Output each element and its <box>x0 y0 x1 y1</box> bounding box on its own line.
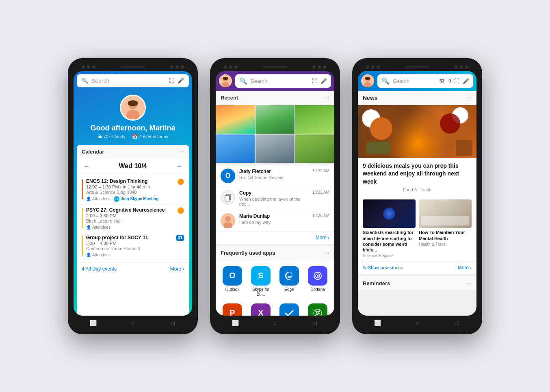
recent-images <box>216 105 334 163</box>
mic-icon[interactable]: 🎤 <box>178 78 184 84</box>
message-item-1[interactable]: O Judy Fletcher Re: Q4 Status Review 10:… <box>216 165 334 187</box>
event-bar-1 <box>82 179 83 199</box>
mixer-app-icon: X <box>251 303 271 316</box>
phone2-dot1 <box>224 65 227 69</box>
ppt-app-icon: P <box>223 303 242 316</box>
event-item-3[interactable]: Group project for SOCY 11 3:30 – 4:30 PM… <box>77 232 189 260</box>
event-item-2[interactable]: PSYC 27: Cognitive Neuroscience 2:00 – 3… <box>77 205 189 232</box>
apps-header: Frequently used apps ··· <box>216 246 334 260</box>
more-label: More <box>170 266 181 272</box>
app-mixer[interactable]: X Mixer Create <box>247 301 274 316</box>
phone2-avatar <box>219 74 232 87</box>
event-actions-2: 👤 Attendees <box>86 225 174 230</box>
phone2-dots <box>224 65 238 69</box>
msg-avatar-2 <box>221 190 235 205</box>
svg-rect-9 <box>225 195 230 201</box>
phone2-bottom-bar: ⬜ ○ ◁ <box>216 316 334 329</box>
count-badge-2: 0 <box>448 78 451 83</box>
more-messages-link[interactable]: More › <box>316 235 329 240</box>
phone1-search-bar[interactable]: 🔍 Search ⛶ 🎤 <box>77 74 189 87</box>
recent-img-4 <box>216 134 255 163</box>
back-button-2[interactable]: ⬜ <box>232 319 240 327</box>
show-new-stories-label: Show new stories <box>368 265 403 270</box>
show-new-stories-button[interactable]: ↻ Show new stories <box>363 265 403 271</box>
news-footer: ↻ Show new stories More › <box>358 261 476 274</box>
phone3-search-bar[interactable]: 🔍 Search 53 0 ⛶ 🎤 <box>377 74 473 88</box>
calendar-menu[interactable]: ··· <box>179 148 184 156</box>
recent-menu[interactable]: ··· <box>324 94 329 102</box>
message-item-2[interactable]: Copy When deciding the layou of the doc.… <box>216 187 334 210</box>
svg-point-15 <box>317 275 318 277</box>
news-grid-item-1[interactable]: Scientists searching for alien life are … <box>363 199 416 258</box>
apps-section: Frequently used apps ··· O Outlook S <box>216 246 334 316</box>
all-day-events-link[interactable]: 4 All Day events <box>82 266 117 272</box>
app-cortana[interactable]: Cortana <box>304 264 331 299</box>
edge-app-icon <box>279 266 299 286</box>
chevron-right-icon-msg: › <box>328 235 329 240</box>
news-grid-title-1: Scientists searching for alien life are … <box>363 230 416 253</box>
news-grid-cat-1: Science & Space <box>363 253 416 258</box>
back-button-3[interactable]: ⬜ <box>374 319 382 327</box>
expand-icon[interactable]: ⛶ <box>169 78 174 84</box>
greeting-text: Good afternoon, Martina <box>91 124 175 132</box>
app-todo[interactable]: To-Do <box>276 301 303 316</box>
phone2-dots2 <box>312 65 326 69</box>
msg-name-2: Copy <box>239 190 308 196</box>
event-item-1[interactable]: ENGS 12: Design Thinking 12:00 – 1:30 PM… <box>77 176 189 205</box>
expand-icon-p3[interactable]: ⛶ <box>454 78 459 84</box>
phone1-dot2 <box>87 65 90 69</box>
news-grid: Scientists searching for alien life are … <box>358 196 476 261</box>
calendar-card: Calendar ··· ← Wed 10/4 → ENGS 12: Desig… <box>77 145 189 316</box>
reminders-menu[interactable]: ··· <box>466 279 472 287</box>
food-bg <box>358 105 476 158</box>
svg-point-3 <box>128 100 138 106</box>
svg-point-7 <box>223 77 228 80</box>
news-grid-item-2[interactable]: How To Maintain Your Mental Health Healt… <box>419 199 472 258</box>
home-button-3[interactable]: ○ <box>413 319 421 327</box>
search-input[interactable]: Search <box>91 78 166 84</box>
recents-button-2[interactable]: ◁ <box>310 319 318 327</box>
msg-time-1: 10:22 AM <box>312 169 329 173</box>
phone1-dot4 <box>170 65 173 69</box>
news-article-text: 9 delicious meals you can prep this week… <box>358 158 476 197</box>
search-actions: ⛶ 🎤 <box>169 78 184 84</box>
expand-icon-p2[interactable]: ⛶ <box>312 78 317 84</box>
app-outlook[interactable]: O Outlook <box>219 264 246 299</box>
more-messages-label: More <box>316 235 327 240</box>
apps-grid: O Outlook S Skype for Bu... <box>216 260 334 316</box>
msg-time-2: 10:22 AM <box>312 190 329 195</box>
skype-link-1[interactable]: S Join Skype Meeting <box>114 196 158 202</box>
app-edge[interactable]: Edge <box>276 264 303 299</box>
svg-point-20 <box>365 77 370 80</box>
home-button-2[interactable]: ○ <box>271 319 279 327</box>
calendar-footer: 4 All Day events More › <box>77 262 189 275</box>
article-category: Food & Health <box>363 187 472 192</box>
app-xbox[interactable]: Xbox <box>304 301 331 316</box>
recents-button-3[interactable]: ◁ <box>453 319 461 327</box>
mic-icon-p3[interactable]: 🎤 <box>463 78 469 84</box>
phone2-search-bar[interactable]: 🔍 Search ⛶ 🎤 <box>235 74 331 88</box>
back-button-1[interactable]: ⬜ <box>89 319 97 327</box>
apps-menu[interactable]: ··· <box>324 249 329 257</box>
recents-button-1[interactable]: ◁ <box>168 319 176 327</box>
recent-header: Recent ··· <box>216 91 334 105</box>
recent-img-1 <box>216 105 255 134</box>
more-link[interactable]: More › <box>170 266 184 272</box>
skype-app-icon: S <box>251 266 271 286</box>
next-day-button[interactable]: → <box>176 162 182 170</box>
more-news-link[interactable]: More › <box>458 265 472 271</box>
person-icon-2: 👤 <box>86 225 91 230</box>
app-skype[interactable]: S Skype for Bu... <box>247 264 274 299</box>
recent-img-6 <box>295 134 334 163</box>
calendar-icon: 📅 <box>132 134 138 139</box>
app-powerpoint[interactable]: P PowerPoint <box>219 301 246 316</box>
attendees-label-2: 👤 Attendees <box>86 225 110 230</box>
message-item-3[interactable]: Maria Dunlap I am on my way. 10:28 AM <box>216 210 334 232</box>
news-title: News <box>363 95 378 101</box>
home-button-1[interactable]: ○ <box>129 319 137 327</box>
search-text-p3: Search <box>393 78 436 84</box>
mic-icon-p2[interactable]: 🎤 <box>320 78 327 84</box>
news-menu[interactable]: ··· <box>466 94 472 102</box>
event-content-1: ENGS 12: Design Thinking 12:00 – 1:30 PM… <box>86 178 174 202</box>
prev-day-button[interactable]: ← <box>83 162 90 170</box>
